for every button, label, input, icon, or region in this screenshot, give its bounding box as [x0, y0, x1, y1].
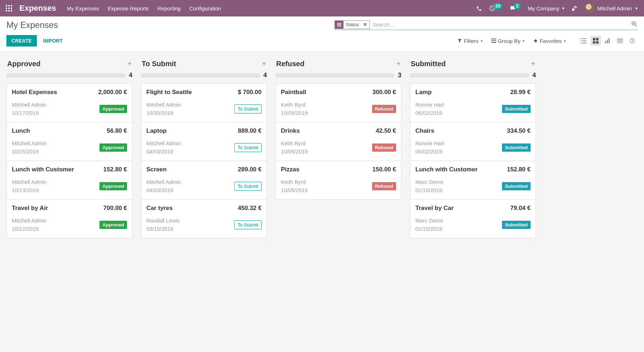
- status-badge: Approved: [99, 221, 127, 229]
- status-badge: Submitted: [502, 105, 531, 113]
- progress-bar: [410, 73, 529, 78]
- column-title[interactable]: Refused: [276, 60, 304, 68]
- company-selector[interactable]: My Company ▼: [528, 5, 565, 11]
- filters-button[interactable]: Filters ▼: [457, 38, 483, 44]
- phone-icon[interactable]: [476, 5, 482, 11]
- status-badge: To Submit: [234, 143, 262, 152]
- card-amount: 334.50 €: [507, 127, 531, 135]
- card-title: Lunch with Customer: [12, 166, 74, 173]
- topbar: Expenses My Expenses Expense Reports Rep…: [0, 0, 644, 16]
- kanban-card[interactable]: Lamp 28.99 € Ronnie Hart06/02/2019 Submi…: [410, 84, 536, 122]
- nav-reporting[interactable]: Reporting: [157, 5, 181, 11]
- card-amount: 2,000.00 €: [98, 89, 127, 96]
- card-title: Car tyres: [146, 205, 173, 212]
- search-icon[interactable]: [631, 21, 638, 29]
- clock-icon[interactable]: 20: [489, 5, 502, 11]
- view-graph-icon[interactable]: [602, 36, 613, 46]
- kanban-card[interactable]: Flight to Seattle $ 700.00 Mitchell Admi…: [141, 84, 267, 122]
- kanban-card[interactable]: Car tyres 450.32 € Randall Lewis03/15/20…: [141, 200, 267, 238]
- user-label: Mitchell Admin: [597, 5, 632, 11]
- card-amount: 42.50 €: [376, 127, 396, 135]
- kanban-card[interactable]: Travel by Car 79.04 € Marc Demo01/15/201…: [410, 200, 536, 238]
- progress-bar: [275, 73, 394, 78]
- svg-rect-5: [11, 8, 12, 9]
- card-title: Pizzas: [281, 166, 299, 173]
- bars-icon: [335, 21, 343, 29]
- kanban-card[interactable]: Screen 289.00 € Mitchell Admin04/03/2019…: [141, 161, 267, 200]
- column-add-icon[interactable]: +: [262, 60, 266, 68]
- kanban-card[interactable]: Paintball 300.00 € Keith Byrd10/05/2019 …: [276, 84, 401, 122]
- search-input[interactable]: [372, 21, 631, 28]
- app-title[interactable]: Expenses: [19, 4, 56, 13]
- column-add-icon[interactable]: +: [127, 60, 132, 68]
- svg-rect-0: [6, 5, 7, 6]
- create-button[interactable]: CREATE: [6, 35, 37, 47]
- kanban-card[interactable]: Pizzas 150.00 € Keith Byrd10/05/2019 Ref…: [276, 161, 401, 199]
- card-meta: Marc Demo01/15/2019: [415, 178, 443, 194]
- column-title[interactable]: Submitted: [411, 60, 446, 68]
- card-meta: Keith Byrd10/05/2019: [281, 178, 308, 194]
- view-activity-icon[interactable]: [627, 36, 638, 46]
- column-count: 3: [398, 72, 401, 79]
- card-title: Flight to Seattle: [146, 89, 192, 96]
- card-title: Travel by Air: [12, 205, 48, 212]
- svg-rect-7: [8, 10, 10, 11]
- card-title: Travel by Car: [415, 205, 454, 212]
- kanban-card[interactable]: Drinks 42.50 € Keith Byrd10/05/2019 Refu…: [276, 122, 401, 161]
- control-panel: My Expenses Status ✕ CREATE IMPORT Filte…: [0, 16, 644, 52]
- status-badge: Refused: [372, 143, 396, 152]
- card-meta: Keith Byrd10/05/2019: [281, 101, 308, 117]
- column-title[interactable]: To Submit: [142, 60, 176, 68]
- kanban-card[interactable]: Lunch with Customer 152.80 € Marc Demo01…: [410, 161, 536, 200]
- card-meta: Mitchell Admin04/03/2019: [146, 140, 181, 156]
- status-badge: Refused: [372, 182, 396, 190]
- status-badge: Approved: [99, 182, 127, 190]
- nav-configuration[interactable]: Configuration: [189, 5, 221, 11]
- groupby-button[interactable]: Group By ▼: [491, 38, 525, 44]
- svg-rect-8: [11, 10, 12, 11]
- column-add-icon[interactable]: +: [396, 60, 401, 68]
- kanban-card[interactable]: Hotel Expenses 2,000.00 € Mitchell Admin…: [7, 84, 132, 122]
- kanban-column: Approved+4 Hotel Expenses 2,000.00 € Mit…: [6, 58, 132, 238]
- column-add-icon[interactable]: +: [531, 60, 535, 68]
- status-badge: Submitted: [502, 143, 531, 152]
- apps-icon[interactable]: [6, 5, 12, 11]
- column-title[interactable]: Approved: [7, 60, 40, 68]
- card-meta: Mitchell Admin10/17/2019: [12, 101, 47, 117]
- kanban-column: Submitted+4 Lamp 28.99 € Ronnie Hart06/0…: [410, 58, 536, 238]
- svg-rect-26: [593, 38, 595, 40]
- chat-icon[interactable]: 2: [509, 5, 521, 11]
- card-list: Paintball 300.00 € Keith Byrd10/05/2019 …: [275, 83, 401, 200]
- search-bar[interactable]: Status ✕: [335, 20, 638, 30]
- card-meta: Ronnie Hart06/02/2019: [415, 140, 444, 156]
- search-facet-status[interactable]: Status ✕: [335, 20, 370, 29]
- svg-rect-24: [581, 43, 582, 43]
- view-pivot-icon[interactable]: [615, 36, 625, 46]
- svg-rect-21: [582, 38, 586, 39]
- kanban-card[interactable]: Lunch with Customer 152.80 € Mitchell Ad…: [7, 161, 132, 200]
- card-title: Lunch with Customer: [415, 166, 478, 173]
- nav-expense-reports[interactable]: Expense Reports: [108, 5, 149, 11]
- kanban-card[interactable]: Laptop 889.00 € Mitchell Admin04/03/2019…: [141, 122, 267, 161]
- status-badge: Submitted: [502, 182, 531, 190]
- card-amount: $ 700.00: [238, 89, 262, 96]
- view-kanban-icon[interactable]: [590, 36, 601, 46]
- kanban-card[interactable]: Travel by Air 700.00 € Mitchell Admin10/…: [7, 200, 132, 238]
- facet-remove[interactable]: ✕: [361, 22, 369, 27]
- import-button[interactable]: IMPORT: [43, 38, 63, 44]
- nav-my-expenses[interactable]: My Expenses: [67, 5, 99, 11]
- view-list-icon[interactable]: [578, 36, 589, 46]
- svg-rect-19: [491, 42, 496, 43]
- avatar: [585, 4, 594, 13]
- chevron-down-icon: ▼: [522, 39, 526, 43]
- top-nav: My Expenses Expense Reports Reporting Co…: [67, 5, 221, 11]
- progress-bar: [6, 73, 125, 78]
- user-menu[interactable]: Mitchell Admin ▼: [585, 4, 638, 13]
- card-title: Paintball: [281, 89, 306, 96]
- favorites-button[interactable]: Favorites ▼: [533, 38, 567, 44]
- tools-icon[interactable]: [572, 5, 578, 11]
- card-amount: 150.00 €: [372, 166, 396, 173]
- kanban-card[interactable]: Lunch 56.80 € Mitchell Admin10/15/2019 A…: [7, 122, 132, 161]
- svg-rect-25: [582, 43, 586, 43]
- kanban-card[interactable]: Chairs 334.50 € Ronnie Hart06/02/2019 Su…: [410, 122, 536, 161]
